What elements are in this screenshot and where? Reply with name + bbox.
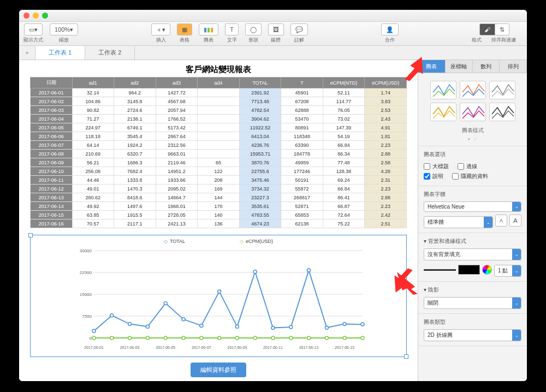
cell[interactable]: 22755.6	[239, 167, 281, 176]
cell[interactable]: 256.08	[72, 167, 114, 176]
cell[interactable]: 2017-06-15	[31, 211, 73, 219]
cell[interactable]: 65853	[281, 211, 323, 219]
cell[interactable]: 2017-06-07	[31, 141, 73, 150]
font-larger-button[interactable]: A	[509, 215, 521, 227]
cell[interactable]: 52.11	[323, 88, 365, 97]
cell[interactable]: 2119.46	[156, 158, 198, 167]
add-sheet-button[interactable]: ＋	[19, 46, 35, 60]
cell[interactable]: 14664.7	[156, 193, 198, 202]
edit-data-ref-button[interactable]: 編輯資料參照	[191, 363, 246, 377]
table-row[interactable]: 2017-06-1144.461333.81933.662083475.4650…	[31, 176, 407, 185]
close-icon[interactable]	[23, 13, 29, 19]
cell[interactable]: 65	[198, 158, 240, 167]
col-header[interactable]: ad1	[72, 78, 114, 88]
cell[interactable]: 2.31	[365, 176, 407, 185]
cell[interactable]: 1.74	[365, 88, 407, 97]
cell[interactable]	[198, 123, 240, 132]
cell[interactable]: 2017-06-11	[31, 176, 73, 185]
table-row[interactable]: 2017-06-06118.183545.42867.646413.041183…	[31, 132, 407, 141]
style-thumb[interactable]	[460, 103, 486, 121]
cell[interactable]: 1766.52	[156, 115, 198, 123]
table-row[interactable]: 2017-06-10256.087682.414951.212222755.61…	[31, 167, 407, 176]
cell[interactable]: 2.58	[365, 158, 407, 167]
col-header[interactable]: 日期	[31, 78, 73, 88]
weight-select[interactable]: 標準體⌄	[424, 216, 493, 228]
cell[interactable]: 3475.46	[239, 176, 281, 185]
cell[interactable]: 52871	[281, 202, 323, 211]
cell[interactable]: 3.83	[365, 97, 407, 106]
table-button[interactable]: ▦	[177, 23, 192, 35]
cell[interactable]: 72.64	[323, 211, 365, 219]
cell[interactable]: 128.38	[323, 167, 365, 176]
style-thumb[interactable]	[430, 103, 456, 121]
cell[interactable]: 73.02	[323, 115, 365, 123]
cell[interactable]: 1470.3	[114, 185, 156, 193]
cell[interactable]: 53470	[281, 115, 323, 123]
cell[interactable]: 66.87	[323, 202, 365, 211]
bg-fill-select[interactable]: 沒有背景填充⌄	[424, 248, 521, 260]
col-header[interactable]: ad4	[198, 78, 240, 88]
cell[interactable]: 118.18	[72, 132, 114, 141]
cell[interactable]	[198, 132, 240, 141]
cell[interactable]: 2017-06-08	[31, 150, 73, 158]
cell[interactable]: 4783.55	[239, 211, 281, 219]
style-thumb[interactable]	[489, 81, 515, 99]
tab-sheet1[interactable]: 工作表 1	[35, 46, 85, 60]
cell[interactable]: 4674.23	[239, 219, 281, 228]
comment-button[interactable]: 💬	[290, 23, 308, 35]
cell[interactable]: 75.22	[323, 219, 365, 228]
col-header[interactable]: eCPM(NTD)	[323, 78, 365, 88]
cell[interactable]	[198, 88, 240, 97]
cell[interactable]: 2017-06-04	[31, 115, 73, 123]
cell[interactable]	[198, 141, 240, 150]
cell[interactable]: 32.14	[72, 88, 114, 97]
cell[interactable]: 2.88	[365, 150, 407, 158]
cell[interactable]: 76.05	[323, 106, 365, 115]
table-row[interactable]: 2017-06-0390.822724.62057.944782.5462888…	[31, 106, 407, 115]
itab-arrange[interactable]: 排列	[500, 60, 527, 73]
shadow-select[interactable]: 關閉⌄	[424, 297, 521, 309]
cell[interactable]: 2.23	[365, 141, 407, 150]
itab-series[interactable]: 數列	[473, 60, 500, 73]
cell[interactable]: 2.23	[365, 202, 407, 211]
cell[interactable]: 56.21	[72, 158, 114, 167]
tab-sheet2[interactable]: 工作表 2	[85, 46, 135, 60]
cell[interactable]: 2095.02	[156, 185, 198, 193]
cell[interactable]: 9663.01	[156, 150, 198, 158]
cell[interactable]: 104.86	[72, 97, 114, 106]
cell[interactable]: 67208	[281, 97, 323, 106]
cell[interactable]: 44.46	[72, 176, 114, 185]
cell[interactable]	[198, 106, 240, 115]
cell[interactable]: 86.41	[323, 193, 365, 202]
style-thumb[interactable]	[460, 81, 486, 99]
cell[interactable]: 2017-06-09	[31, 158, 73, 167]
cell[interactable]: 3904.62	[239, 115, 281, 123]
cell[interactable]: 1333.8	[114, 176, 156, 185]
data-table[interactable]: 日期ad1ad2ad3ad4TOTALTeCPM(NTD)eCPM(USD) 2…	[30, 77, 407, 228]
cell[interactable]: 3145.8	[114, 97, 156, 106]
cell[interactable]: 1933.66	[156, 176, 198, 185]
cell[interactable]: 49.01	[72, 185, 114, 193]
cell[interactable]	[198, 150, 240, 158]
cell[interactable]: 2057.94	[156, 106, 198, 115]
stroke-width[interactable]: 1 點⌄	[494, 265, 521, 277]
cell[interactable]: 122	[198, 167, 240, 176]
cell[interactable]: 3535.61	[239, 202, 281, 211]
shape-button[interactable]: ◯	[245, 23, 262, 35]
cell[interactable]: 86.34	[323, 150, 365, 158]
cell[interactable]: 62138	[281, 219, 323, 228]
cell[interactable]: 49959	[281, 158, 323, 167]
cell[interactable]: 7713.48	[239, 97, 281, 106]
cell[interactable]: 2421.13	[156, 219, 198, 228]
cell[interactable]: 2724.6	[114, 106, 156, 115]
cell[interactable]: 14951.2	[156, 167, 198, 176]
cell[interactable]: 5173.42	[156, 123, 198, 132]
cell[interactable]: 2312.56	[156, 141, 198, 150]
cell[interactable]: 169	[198, 185, 240, 193]
cell[interactable]: 210.69	[72, 150, 114, 158]
cell[interactable]: 11922.52	[239, 123, 281, 132]
cell[interactable]: 2.23	[365, 185, 407, 193]
table-row[interactable]: 2017-06-13280.628418.614664.714423227.32…	[31, 193, 407, 202]
cell[interactable]: 66.84	[323, 141, 365, 150]
collab-button[interactable]: 👤	[381, 23, 399, 35]
